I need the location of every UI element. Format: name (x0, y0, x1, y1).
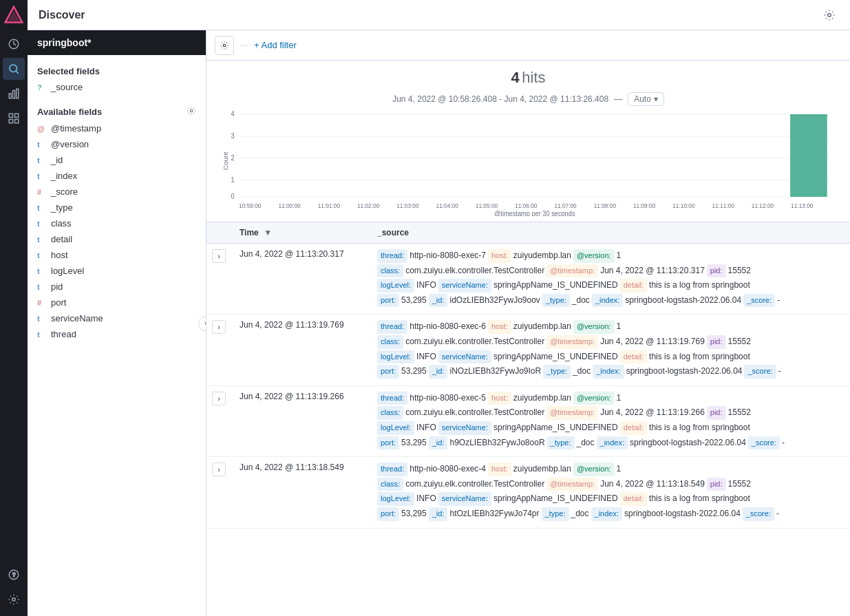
field-item-port[interactable]: # port (28, 295, 206, 310)
field-type-score: # (37, 188, 47, 196)
interval-selector[interactable]: Auto ▾ (628, 92, 664, 106)
main-container: Discover springboot* ‹ Selected fields ?… (28, 0, 850, 616)
svg-text:10:59:00: 10:59:00 (239, 202, 262, 209)
host-val-1: zuiyudembp.lan (513, 249, 571, 262)
port-key-3: port: (377, 436, 399, 450)
svg-text:Count: Count (223, 151, 229, 170)
index-val-1: springboot-logstash-2022.06.04 (625, 294, 741, 307)
field-item-index[interactable]: t _index (28, 168, 206, 184)
field-item-host[interactable]: t host (28, 247, 206, 263)
field-item-type[interactable]: t _type (28, 200, 206, 215)
field-item-score[interactable]: # _score (28, 184, 206, 200)
field-name-source: _source (51, 82, 83, 92)
filter-separator: — (240, 40, 248, 50)
class-key-2: class: (377, 335, 403, 349)
field-item-servicename[interactable]: t serviceName (28, 310, 206, 326)
svcname-key-3: serviceName: (438, 421, 491, 435)
expand-row-1-btn[interactable]: › (212, 249, 226, 263)
expand-row-3-btn[interactable]: › (212, 392, 226, 405)
field-item-pid[interactable]: t pid (28, 279, 206, 295)
field-item-loglevel[interactable]: t logLevel (28, 263, 206, 279)
detail-val-2: this is a log from springboot (649, 350, 750, 363)
version-val-4: 1 (617, 463, 621, 476)
pid-val-4: 15552 (728, 478, 751, 491)
sidebar-header: springboot* ‹ (28, 30, 206, 55)
field-item-id[interactable]: t _id (28, 152, 206, 168)
pid-val-2: 15552 (728, 335, 751, 348)
class-key-1: class: (377, 264, 403, 278)
results-area[interactable]: Time ▼ _source › (206, 222, 850, 616)
index-val-3: springboot-logstash-2022.06.04 (630, 436, 746, 449)
class-val-4: com.zuiyu.elk.controller.TestController (405, 478, 544, 491)
app-logo[interactable] (4, 6, 23, 25)
field-name-detail: detail (51, 234, 72, 244)
class-val-2: com.zuiyu.elk.controller.TestController (405, 335, 544, 348)
thread-key-3: thread: (377, 392, 407, 405)
help-icon[interactable]: ? (3, 564, 25, 586)
clock-icon[interactable] (3, 33, 25, 55)
port-key-1: port: (377, 294, 399, 308)
results-thead: Time ▼ _source (206, 222, 850, 244)
histogram-chart: 4 3 2 1 0 Count (223, 106, 833, 216)
ts-val-1: Jun 4, 2022 @ 11:13:20.317 (600, 264, 705, 277)
port-key-4: port: (377, 507, 399, 521)
field-item-version[interactable]: t @version (28, 136, 206, 152)
svg-line-4 (16, 71, 18, 73)
available-fields-settings-icon[interactable] (187, 106, 196, 118)
svg-point-16 (190, 109, 193, 112)
field-item-thread[interactable]: t thread (28, 326, 206, 342)
field-name-port: port (51, 297, 66, 308)
port-val-3: 53,295 (401, 436, 427, 449)
time-col-header[interactable]: Time ▼ (231, 222, 369, 244)
add-filter-btn[interactable]: + Add filter (254, 40, 297, 50)
thread-val-4: http-nio-8080-exec-4 (410, 463, 486, 476)
ts-val-3: Jun 4, 2022 @ 11:13:19.266 (600, 406, 705, 419)
dashboard-icon[interactable] (3, 107, 25, 129)
field-item-detail[interactable]: t detail (28, 231, 206, 247)
visualize-icon[interactable] (3, 83, 25, 105)
svcname-val-3: springAppName_IS_UNDEFINED (493, 421, 618, 434)
interval-label: Auto (634, 94, 651, 104)
time-cell-1: Jun 4, 2022 @ 11:13:20.317 (231, 244, 369, 315)
class-key-4: class: (377, 478, 403, 491)
chart-svg-container: 4 3 2 1 0 Count (223, 106, 833, 216)
pid-key-3: pid: (707, 406, 726, 420)
thread-key-2: thread: (377, 320, 407, 334)
sort-icon: ▼ (264, 228, 272, 237)
field-type-index: t (37, 172, 47, 180)
discover-icon[interactable] (3, 58, 25, 80)
settings-icon[interactable] (3, 588, 25, 610)
svcname-key-4: serviceName: (438, 492, 491, 506)
chart-header: 4 hits (223, 69, 833, 87)
field-item-class[interactable]: t class (28, 215, 206, 231)
svcname-val-4: springAppName_IS_UNDEFINED (493, 492, 618, 505)
svg-text:11:01:00: 11:01:00 (318, 202, 341, 209)
field-name-type: _type (51, 202, 73, 213)
svg-rect-10 (9, 120, 12, 123)
field-type-loglevel: t (37, 267, 47, 275)
field-type-source: ? (37, 83, 47, 92)
field-type-id: t (37, 156, 47, 164)
filter-gear-btn[interactable] (215, 36, 234, 55)
port-val-2: 53,295 (401, 365, 427, 378)
svg-text:11:11:00: 11:11:00 (712, 202, 735, 209)
svg-text:11:06:00: 11:06:00 (515, 202, 538, 209)
field-type-thread: t (37, 330, 47, 339)
host-key-3: host: (488, 392, 511, 405)
field-item-source[interactable]: ? _source (28, 79, 206, 95)
sidebar-body: Selected fields ? _source Available fiel… (28, 55, 206, 616)
type-val-4: _doc (571, 507, 589, 520)
expand-row-4-btn[interactable]: › (212, 463, 226, 476)
score-key-3: _score: (748, 436, 780, 450)
class-val-3: com.zuiyu.elk.controller.TestController (405, 406, 544, 419)
top-settings-icon[interactable] (820, 6, 839, 25)
score-key-1: _score: (743, 294, 775, 308)
type-key-3: _type: (547, 436, 575, 450)
field-item-timestamp[interactable]: @ @timestamp (28, 120, 206, 136)
field-name-loglevel: logLevel (51, 266, 84, 276)
time-cell-4: Jun 4, 2022 @ 11:13:18.549 (231, 457, 369, 528)
expand-row-2-btn[interactable]: › (212, 320, 226, 334)
field-name-host: host (51, 250, 68, 260)
docid-key-2: _id: (429, 365, 448, 379)
table-row: › Jun 4, 2022 @ 11:13:18.549 thread: htt… (206, 457, 850, 528)
